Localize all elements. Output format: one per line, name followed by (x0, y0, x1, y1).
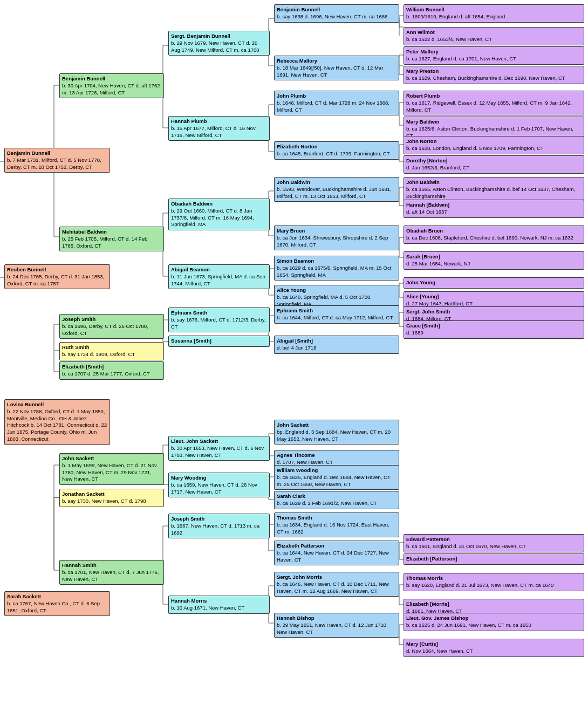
person-details-obadiah_bruen: b. ca Dec 1606, Stapleford, Cheshire d. … (406, 235, 582, 242)
person-box-sergt_benjamin_bunnell: Sergt. Benjamin Bunnellb. 29 Nov 1679, N… (168, 31, 270, 56)
person-name-mary_preston: Mary Preston (406, 68, 582, 75)
person-box-sergt_john_morris: Sergt. John Morrisb. ca 1646, New Haven,… (274, 572, 399, 597)
person-name-sergt_benjamin_bunnell: Sergt. Benjamin Bunnell (171, 33, 267, 40)
person-name-john_young: John Young (406, 279, 582, 286)
person-box-ann_wilmot: Ann Wilmotb. ca 1622 d. 1653/4, New Have… (404, 27, 584, 45)
person-details-hannah_plumb: b. 15 Apr 1677, Milford, CT d. 16 Nov 17… (171, 125, 267, 139)
person-details-thomas_smith: b. ca 1634, England d. 16 Nov 1724, East… (277, 522, 396, 536)
person-box-hannah_baldwin: Hannah [Baldwin]d. aft 14 Oct 1637 (404, 200, 584, 218)
person-details-elizabeth_norton: b. ca 1645, Branford, CT d. 1709, Farmin… (277, 151, 396, 158)
person-details-jonathan_sackett: b. say 1730, New Haven, CT d. 1798 (62, 498, 161, 505)
person-name-john_baldwin: John Baldwin (406, 179, 582, 186)
person-name-william_wooding: William Wooding (277, 467, 396, 474)
person-name-thomas_morris: Thomas Morris (406, 575, 582, 582)
person-name-obadiah_baldwin: Obadiah Baldwin (171, 201, 267, 208)
person-name-ephraim_smith_2: Ephraim Smith (171, 310, 267, 317)
person-box-abigail_beamon: Abigail Beamonb. 11 Jun 1673, Springfiel… (168, 264, 270, 289)
person-details-elizabeth_patterson: b. ca 1644, New Haven, CT d. 24 Dec 1727… (277, 550, 396, 564)
person-name-john_sackett_sr: Lieut. John Sackett (171, 438, 267, 445)
person-name-abigail_beamon: Abigail Beamon (171, 266, 267, 274)
person-name-jonathan_sackett: Jonathan Sackett (62, 491, 161, 498)
person-name-thomas_smith: Thomas Smith (277, 515, 396, 522)
person-box-dorothy_norton: Dorothy [Norton]d. Jan 1652/3, Branford,… (404, 155, 584, 174)
person-box-sarah_sackett: Sarah Sackettb. ca 1767, New Haven Co., … (4, 591, 110, 616)
person-box-hannah_smith: Hannah Smithb. ca 1701, New Haven, CT d.… (59, 560, 164, 585)
person-name-john_baldwin_2: John Baldwin (277, 179, 396, 186)
person-details-john_norton: b. ca 1628, London, England d. 5 Nov 170… (406, 145, 582, 152)
person-box-john_baldwin: John Baldwinb. ca 1565, Aston Clinton, B… (404, 177, 584, 202)
person-name-william_bunnell: William Bunnell (406, 6, 582, 13)
person-name-edward_patterson: Edward Patterson (406, 536, 582, 543)
person-name-alice_young_parent: Alice [Young] (406, 293, 582, 300)
person-box-jonathan_sackett: Jonathan Sackettb. say 1730, New Haven, … (59, 489, 164, 507)
person-details-benjamin_bunnell_sr: b. say 1638 d. 1696, New Haven, CT m. ca… (277, 13, 396, 20)
person-details-john_baldwin_2: b. 1593, Wendover, Buckinghamshire d. Ju… (277, 186, 396, 200)
person-box-obadiah_baldwin: Obadiah Baldwinb. 29 Oct 1660, Milford, … (168, 199, 270, 230)
person-details-sarah_bruen: d. 25 Mar 1684, Newark, NJ (406, 261, 582, 268)
person-details-elizabeth_smith: b. ca 1707 d. 25 Mar 1777, Oxford, CT (62, 371, 161, 378)
person-box-john_sackett_sr: Lieut. John Sackettb. 30 Apr 1653, New H… (168, 436, 270, 461)
person-details-hannah_baldwin: d. aft 14 Oct 1637 (406, 209, 582, 216)
person-box-mary_preston: Mary Prestonb. ca 1629, Chesham, Bucking… (404, 66, 584, 84)
person-box-robert_plumb: Robert Plumbb. ca 1617, Ridgewell, Essex… (404, 91, 584, 115)
person-details-sergt_john_morris: b. ca 1646, New Haven, CT d. 10 Dec 1711… (277, 581, 396, 595)
person-details-rebecca_mallory: b. 18 Mar 1649[/50], New Haven, CT d. 12… (277, 65, 396, 79)
person-box-lovina_bunnell: Lovina Bunnellb. 22 Nov 1788, Oxford, CT… (4, 399, 110, 445)
person-name-joseph_smith_2: Joseph Smith (171, 516, 267, 523)
person-name-john_sackett_2: John Sackett (62, 455, 161, 462)
family-tree: William Bunnellb. 1600/1610, England d. … (0, 0, 588, 711)
person-details-hannah_bishop: b. 29 May 1651, New Haven, CT d. 12 Jun … (277, 622, 396, 636)
person-details-benjamin_bunnell_2: b. 30 Apr 1704, New Haven, CT d. aft 176… (62, 83, 161, 97)
person-details-obadiah_baldwin: b. 29 Oct 1660, Milford, CT d. 8 Jan 173… (171, 208, 267, 228)
person-details-joseph_smith_2: b. 1667, New Haven, CT d. 1713 m. ca 169… (171, 523, 267, 537)
person-details-john_sackett_sr: b. 30 Apr 1653, New Haven, CT d. 6 Nov 1… (171, 445, 267, 459)
person-name-benjamin_bunnell_sr: Benjamin Bunnell (277, 6, 396, 13)
person-details-edward_patterson: b. ca 1601, England d. 31 Oct 1670, New … (406, 543, 582, 550)
person-box-benjamin_bunnell_3: Benjamin Bunnellb. 7 Mar 1731, Milford, … (4, 148, 110, 173)
person-name-sergt_john_smith: Sergt. John Smith (406, 309, 582, 316)
person-details-mehitabel_baldwin: b. 25 Feb 1705, Milford, CT d. 14 Feb 17… (62, 236, 161, 250)
person-name-sergt_john_morris: Sergt. John Morris (277, 574, 396, 581)
person-details-simon_beamon: b. ca 1629 d. ca 1675/6, Springfield, MA… (277, 265, 396, 279)
person-name-hannah_baldwin: Hannah [Baldwin] (406, 202, 582, 209)
person-details-joseph_smith: b. ca 1696, Derby, CT d. 26 Oct 1780, Ox… (62, 323, 161, 337)
person-details-ephraim_smith: b. ca 1644, Milford, CT d. ca May 1712, … (277, 315, 396, 322)
person-box-susanna_smith: Susanna [Smith] (168, 336, 270, 347)
person-details-mary_bruen: b. ca Jun 1634, Shrewsbury, Shropshire d… (277, 235, 396, 249)
person-name-hannah_bishop: Hannah Bishop (277, 615, 396, 622)
person-name-mary_baldwin: Mary Baldwin (406, 119, 582, 126)
person-box-william_wooding: William Woodingb. ca 1625, England d. De… (274, 465, 399, 490)
person-name-abigail_smith: Abigail [Smith] (277, 338, 396, 345)
person-details-john_plumb: b. 1646, Milford, CT d. Mar 1728 m. 24 N… (277, 100, 396, 114)
person-box-hannah_morris: Hannah Morrisb. 10 Aug 1671, New Haven, … (168, 596, 270, 614)
person-name-sarah_clark: Sarah Clark (277, 493, 396, 500)
person-name-susanna_smith: Susanna [Smith] (171, 338, 267, 345)
person-name-hannah_morris: Hannah Morris (171, 598, 267, 605)
person-name-john_sackett_england: John Sackett (277, 422, 396, 429)
person-details-william_wooding: b. ca 1625, England d. Dec 1684, New Hav… (277, 474, 396, 488)
person-name-grace_smith: Grace [Smith] (406, 323, 582, 330)
person-box-hannah_plumb: Hannah Plumbb. 15 Apr 1677, Milford, CT … (168, 116, 270, 141)
person-box-mary_curtis: Mary [Curtis]d. Nov 1664, New Haven, CT (404, 639, 584, 657)
person-box-elizabeth_patterson: Elizabeth Pattersonb. ca 1644, New Haven… (274, 541, 399, 565)
person-details-mary_wooding: b. ca 1659, New Haven, CT d. 26 Nov 1717… (171, 482, 267, 496)
person-name-elizabeth_patterson: Elizabeth Patterson (277, 543, 396, 550)
person-details-ann_wilmot: b. ca 1622 d. 1653/4, New Haven, CT (406, 36, 582, 43)
person-details-lovina_bunnell: b. 22 Nov 1788, Oxford, CT d. 1 May 1850… (7, 408, 107, 443)
person-box-benjamin_bunnell_2: Benjamin Bunnellb. 30 Apr 1704, New Have… (59, 73, 164, 98)
person-box-edward_patterson: Edward Pattersonb. ca 1601, England d. 3… (404, 534, 584, 552)
person-name-peter_mallory: Peter Mallory (406, 49, 582, 56)
person-box-william_bunnell: William Bunnellb. 1600/1610, England d. … (404, 4, 584, 23)
person-details-john_sackett_england: bp. England d. 3 Sep 1684, New Haven, CT… (277, 429, 396, 443)
person-box-john_sackett_england: John Sackettbp. England d. 3 Sep 1684, N… (274, 420, 399, 445)
person-box-thomas_smith: Thomas Smithb. ca 1634, England d. 16 No… (274, 512, 399, 537)
person-name-reuben_bunnell: Reuben Bunnell (7, 266, 107, 274)
person-name-mary_bruen: Mary Bruen (277, 228, 396, 235)
person-name-john_norton: John Norton (406, 138, 582, 145)
person-box-john_sackett_2: John Sackettb. 1 May 1699, New Haven, CT… (59, 453, 164, 485)
person-name-hannah_smith: Hannah Smith (62, 562, 161, 569)
person-details-dorothy_norton: d. Jan 1652/3, Branford, CT (406, 165, 582, 172)
person-name-ephraim_smith: Ephraim Smith (277, 307, 396, 315)
person-box-mary_wooding: Mary Woodingb. ca 1659, New Haven, CT d.… (168, 473, 270, 497)
person-box-sarah_bruen: Sarah [Bruen]d. 25 Mar 1684, Newark, NJ (404, 251, 584, 270)
